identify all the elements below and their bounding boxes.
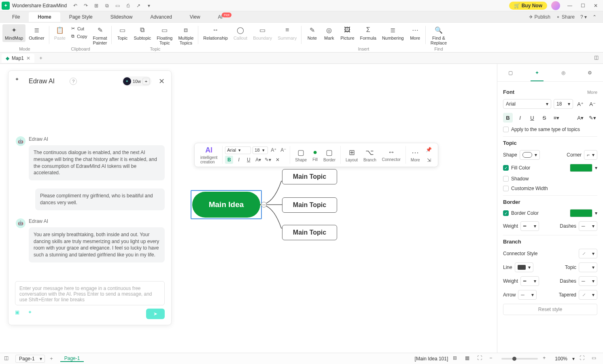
note-button[interactable]: ✎Note <box>304 24 320 42</box>
font-increase-icon[interactable]: A⁺ <box>270 146 278 154</box>
expand-handle-icon[interactable]: — <box>261 202 267 207</box>
close-tab-icon[interactable]: ✕ <box>26 55 30 61</box>
menu-page-style[interactable]: Page Style <box>60 12 102 22</box>
floating-topic-button[interactable]: ▭Floating Topic <box>154 24 175 47</box>
border-dashes-dropdown[interactable]: ─▾ <box>579 221 597 231</box>
shape-dropdown[interactable]: ▾ <box>520 150 540 160</box>
font-family-select[interactable]: Arial▾ <box>225 146 251 154</box>
view1-icon[interactable]: ⊞ <box>453 355 460 362</box>
export-icon[interactable]: ↗ <box>135 2 142 9</box>
clear-format-button[interactable]: ✕ <box>274 156 282 164</box>
underline-button[interactable]: U <box>527 113 537 123</box>
underline-button[interactable]: U <box>244 156 253 164</box>
branch-dashes-dropdown[interactable]: ─▾ <box>579 276 597 286</box>
connector-style-dropdown[interactable]: ⟋▾ <box>579 249 597 258</box>
close-icon[interactable]: ✕ <box>590 1 601 10</box>
layout-button[interactable]: ⊞Layout <box>343 148 360 162</box>
save-icon[interactable]: ▭ <box>114 2 121 9</box>
branch-button[interactable]: ⌥Branch <box>361 148 379 162</box>
font-increase-icon[interactable]: A⁺ <box>575 99 585 109</box>
picture-button[interactable]: 🖼Picture <box>338 24 357 42</box>
multiple-topics-button[interactable]: ⧈Multiple Topics <box>176 24 196 47</box>
find-replace-button[interactable]: 🔍Find & Replace <box>428 24 449 47</box>
side-tab-shape[interactable]: ▢ <box>497 64 524 81</box>
fit-icon[interactable]: ⛶ <box>477 355 484 362</box>
font-color-button[interactable]: A▾ <box>575 113 585 123</box>
help-icon[interactable]: ? ▾ <box>580 14 587 20</box>
italic-button[interactable]: I <box>515 113 525 123</box>
publish-button[interactable]: ✈ Publish <box>529 14 550 20</box>
view2-icon[interactable]: ▦ <box>465 355 472 362</box>
send-button[interactable]: ➤ <box>146 309 165 319</box>
add-tab-button[interactable]: ＋ <box>36 54 46 63</box>
page-tab[interactable]: Page-1 <box>60 356 84 362</box>
format-painter-button[interactable]: ✎Format Painter <box>91 24 110 47</box>
ai-tool2-icon[interactable]: ✦ <box>28 309 37 318</box>
apply-checkbox[interactable] <box>503 127 509 132</box>
font-decrease-icon[interactable]: A⁻ <box>588 99 597 109</box>
pin-icon[interactable]: 📌 <box>425 146 433 154</box>
italic-button[interactable]: I <box>235 156 243 164</box>
side-tab-settings[interactable]: ⚙ <box>577 64 603 81</box>
numbering-button[interactable]: ≣Numbering <box>380 24 406 42</box>
main-idea-node[interactable]: Main Idea <box>192 192 260 218</box>
print-icon[interactable]: ⎙ <box>124 2 132 9</box>
new-icon[interactable]: ⊞ <box>93 2 100 9</box>
collapse-float-icon[interactable]: ⇲ <box>425 156 433 164</box>
side-tab-style[interactable]: ✦ <box>524 64 550 81</box>
maximize-icon[interactable]: ☐ <box>577 1 588 10</box>
minimize-icon[interactable]: — <box>564 1 575 10</box>
menu-home[interactable]: Home <box>29 12 60 22</box>
ai-input[interactable]: Enter your message here to engage in a c… <box>15 281 165 305</box>
ai-creation-button[interactable]: AI intelligent creation <box>198 146 220 164</box>
font-decrease-icon[interactable]: A⁻ <box>279 146 287 154</box>
tapered-dropdown[interactable]: ⟋▾ <box>579 290 597 300</box>
ai-chat-body[interactable]: 🤖 Edraw AI The continuous dialogue is en… <box>8 92 171 277</box>
add-page-icon[interactable]: ＋ <box>49 355 56 362</box>
fill-color-dropdown-icon[interactable]: ▾ <box>595 165 597 171</box>
ai-close-icon[interactable]: ✕ <box>159 77 165 86</box>
customize-width-checkbox[interactable] <box>503 186 509 191</box>
bold-button[interactable]: B <box>225 156 233 164</box>
canvas[interactable]: ✦ Edraw AI ? ✦ 10w + ✕ 🤖 Edraw AI The co… <box>0 64 497 353</box>
page-dropdown[interactable]: Page-1 ▾ <box>15 355 45 363</box>
bold-button[interactable]: B <box>503 113 513 123</box>
share-button[interactable]: ⚬ Share <box>556 14 575 20</box>
line-color-dropdown[interactable]: ▾ <box>515 262 533 272</box>
font-more-link[interactable]: More <box>587 90 597 95</box>
menu-view[interactable]: View <box>181 12 209 22</box>
shape-button[interactable]: ▢Shape <box>293 148 309 162</box>
more-button[interactable]: ⋯More <box>408 148 423 162</box>
menu-file[interactable]: File <box>3 12 29 22</box>
border-weight-dropdown[interactable]: ━▾ <box>520 221 539 231</box>
topic-button[interactable]: ▭Topic <box>114 24 130 42</box>
font-family-dropdown[interactable]: Arial▾ <box>503 99 551 109</box>
ai-tool1-icon[interactable]: ▣ <box>15 309 24 318</box>
menu-slideshow[interactable]: Slideshow <box>102 12 142 22</box>
user-avatar[interactable] <box>551 1 560 10</box>
boundary-button[interactable]: ▭Boundary <box>251 24 274 42</box>
border-button[interactable]: ▢Border <box>321 148 338 162</box>
reset-style-button[interactable]: Reset style <box>503 304 597 315</box>
font-color-button[interactable]: A▾ <box>254 156 262 164</box>
fill-button[interactable]: ●Fill <box>310 148 320 162</box>
open-icon[interactable]: ⧉ <box>103 2 110 9</box>
align-button[interactable]: ≡▾ <box>552 113 561 123</box>
highlight-button[interactable]: ✎▾ <box>588 113 597 123</box>
panel-toggle-icon[interactable]: ◫ <box>594 55 601 62</box>
side-tab-map[interactable]: ◎ <box>550 64 577 81</box>
zoom-slider[interactable] <box>501 358 538 360</box>
callout-button[interactable]: ◯Callout <box>231 24 250 42</box>
fill-color-checkbox[interactable]: ✓ <box>503 165 509 171</box>
font-size-select[interactable]: 18▾ <box>253 146 268 154</box>
strikethrough-button[interactable]: S <box>539 113 549 123</box>
relationship-button[interactable]: ↔Relationship <box>201 24 230 42</box>
branch-weight-dropdown[interactable]: ━▾ <box>520 276 539 286</box>
shadow-checkbox[interactable] <box>503 176 509 182</box>
zoom-in-icon[interactable]: + <box>543 355 550 362</box>
undo-icon[interactable]: ↶ <box>72 2 79 9</box>
subtopic-button[interactable]: ⧉Subtopic <box>131 24 153 42</box>
highlight-button[interactable]: ✎▾ <box>264 156 272 164</box>
arrow-dropdown[interactable]: ─▾ <box>518 290 537 300</box>
copy-button[interactable]: ⧉Copy <box>69 33 90 40</box>
